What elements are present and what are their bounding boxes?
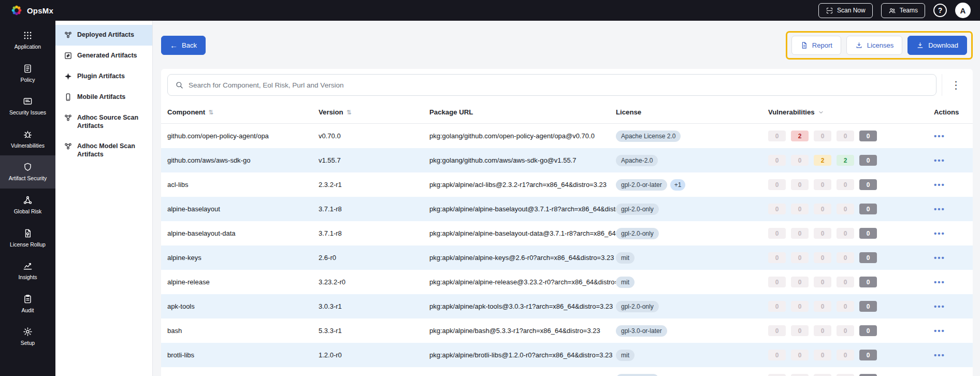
column-header-vulnerabilities[interactable]: Vulnerabilities — [768, 108, 934, 116]
sidebar-item-vulnerabilities[interactable]: Vulnerabilities — [0, 123, 55, 156]
column-label: Version — [319, 108, 343, 116]
artifact-table-card: ⋮ Component⇅Version⇅Package URLLicenseVu… — [161, 69, 973, 376]
sidebar-item-label: Vulnerabilities — [11, 142, 45, 149]
package-url-cell: pkg:apk/alpine/alpine-baselayout-data@3.… — [429, 229, 616, 237]
sidebar-item-global-risk[interactable]: Global Risk — [0, 189, 55, 222]
component-cell[interactable]: bash — [167, 327, 319, 335]
component-cell[interactable]: alpine-baselayout — [167, 205, 319, 213]
component-cell[interactable]: github.com/open-policy-agent/opa — [167, 132, 319, 140]
component-cell[interactable]: alpine-release — [167, 278, 319, 286]
back-label: Back — [182, 41, 197, 49]
vuln-badge-critical: 0 — [768, 204, 786, 214]
artifact-nav-item-deployed-artifacts[interactable]: Deployed Artifacts — [55, 25, 152, 46]
vulnerabilities-icon — [23, 129, 33, 139]
teams-button[interactable]: Teams — [881, 3, 925, 18]
column-header-package-url: Package URL — [429, 108, 616, 116]
license-pill: gpl-2.0-only — [616, 228, 659, 239]
row-actions-button[interactable]: ••• — [934, 351, 945, 359]
toolbar: ← Back Report Licenses Download — [161, 31, 973, 60]
artifact-nav-item-generated-artifacts[interactable]: Generated Artifacts — [55, 46, 152, 66]
row-actions-button[interactable]: ••• — [934, 253, 945, 262]
sidebar-item-application[interactable]: Application — [0, 24, 55, 57]
sidebar-item-security-issues[interactable]: Security Issues — [0, 90, 55, 123]
grid-icon — [23, 31, 33, 40]
row-actions-button[interactable]: ••• — [934, 326, 945, 335]
global-risk-icon — [23, 195, 33, 205]
sidebar-item-artifact-security[interactable]: Artifact Security — [0, 155, 55, 189]
component-cell[interactable]: brotli-libs — [167, 351, 319, 359]
vuln-badge-high: 2 — [791, 131, 809, 141]
vuln-badge-high: 0 — [791, 252, 809, 263]
column-header-component[interactable]: Component⇅ — [167, 108, 319, 116]
vuln-badge-high: 0 — [791, 277, 809, 287]
actions-cell: ••• — [934, 156, 967, 165]
license-cell: mit — [616, 277, 768, 288]
scan-now-button[interactable]: Scan Now — [818, 3, 873, 18]
component-cell[interactable]: alpine-keys — [167, 254, 319, 262]
component-cell[interactable]: apk-tools — [167, 302, 319, 310]
sidebar-item-license-rollup[interactable]: License Rollup — [0, 222, 55, 255]
vulnerabilities-cell: 00000 — [768, 252, 934, 263]
vuln-badge-high: 0 — [791, 228, 809, 239]
back-button[interactable]: ← Back — [161, 36, 206, 55]
vulnerabilities-cell: 00000 — [768, 179, 934, 190]
actions-cell: ••• — [934, 180, 967, 189]
license-pill: gpl-2.0-only — [616, 204, 659, 215]
download-label: Download — [928, 41, 958, 49]
artifact-nav-item-adhoc-source-scan-artifacts[interactable]: Adhoc Source Scan Artifacts — [55, 108, 152, 136]
download-button[interactable]: Download — [907, 36, 967, 55]
row-actions-button[interactable]: ••• — [934, 132, 945, 140]
artifact-nav-label: Deployed Artifacts — [77, 31, 134, 39]
brand[interactable]: OpsMx — [10, 4, 53, 17]
extra-licenses-pill[interactable]: +1 — [670, 179, 686, 191]
component-cell[interactable]: github.com/aws/aws-sdk-go — [167, 156, 319, 164]
sidebar-item-insights[interactable]: Insights — [0, 254, 55, 287]
report-button[interactable]: Report — [791, 36, 841, 55]
vuln-badge-unknown: 0 — [859, 228, 877, 239]
table-row: bash5.3.3-r1pkg:apk/alpine/bash@5.3.3-r1… — [161, 319, 973, 343]
row-actions-button[interactable]: ••• — [934, 156, 945, 165]
license-pill: gpl-2.0-only — [616, 374, 659, 376]
vuln-badge-medium: 2 — [814, 155, 831, 166]
row-actions-button[interactable]: ••• — [934, 229, 945, 238]
vuln-badge-unknown: 0 — [859, 374, 877, 376]
help-button[interactable]: ? — [933, 4, 947, 17]
artifact-nav-label: Generated Artifacts — [77, 52, 137, 60]
sidebar-item-audit[interactable]: Audit — [0, 287, 55, 321]
table-row: github.com/aws/aws-sdk-gov1.55.7pkg:gola… — [161, 148, 973, 172]
row-actions-button[interactable]: ••• — [934, 278, 945, 286]
version-cell: v1.55.7 — [319, 156, 429, 164]
adhoc-model-scan-icon — [64, 142, 73, 151]
more-options-button[interactable]: ⋮ — [942, 74, 970, 96]
vuln-badge-low: 0 — [837, 228, 854, 239]
license-cell: Apache-2.0 — [616, 155, 768, 166]
sidebar-item-label: License Rollup — [10, 241, 46, 248]
licenses-label: Licenses — [867, 41, 893, 49]
sidebar-item-label: Audit — [22, 307, 34, 314]
licenses-button[interactable]: Licenses — [846, 36, 902, 55]
artifact-nav-item-mobile-artifacts[interactable]: Mobile Artifacts — [55, 87, 152, 108]
download-icon — [916, 41, 924, 49]
row-actions-button[interactable]: ••• — [934, 302, 945, 311]
chevron-down-icon — [818, 109, 824, 115]
sidebar-item-setup[interactable]: Setup — [0, 320, 55, 353]
row-actions-button[interactable]: ••• — [934, 180, 945, 189]
vuln-badge-high: 0 — [791, 325, 809, 336]
component-cell[interactable]: acl-libs — [167, 181, 319, 189]
sidebar-item-policy[interactable]: Policy — [0, 57, 55, 90]
actions-cell: ••• — [934, 326, 967, 335]
column-header-license: License — [616, 108, 768, 116]
avatar[interactable]: A — [955, 3, 971, 18]
search-input[interactable] — [189, 81, 929, 89]
license-cell: gpl-2.0-or-later+1 — [616, 179, 768, 191]
vulnerabilities-cell: 02000 — [768, 131, 934, 141]
artifact-nav-item-adhoc-model-scan-artifacts[interactable]: Adhoc Model Scan Artifacts — [55, 136, 152, 165]
column-header-version[interactable]: Version⇅ — [319, 108, 429, 116]
sidebar-item-label: Artifact Security — [9, 175, 47, 182]
component-cell[interactable]: alpine-baselayout-data — [167, 229, 319, 237]
vuln-badge-high: 0 — [791, 374, 809, 376]
artifact-nav-item-plugin-artifacts[interactable]: Plugin Artifacts — [55, 66, 152, 87]
version-cell: 3.7.1-r8 — [319, 229, 429, 237]
row-actions-button[interactable]: ••• — [934, 205, 945, 213]
package-url-cell: pkg:apk/alpine/brotli-libs@1.2.0-r0?arch… — [429, 351, 616, 359]
